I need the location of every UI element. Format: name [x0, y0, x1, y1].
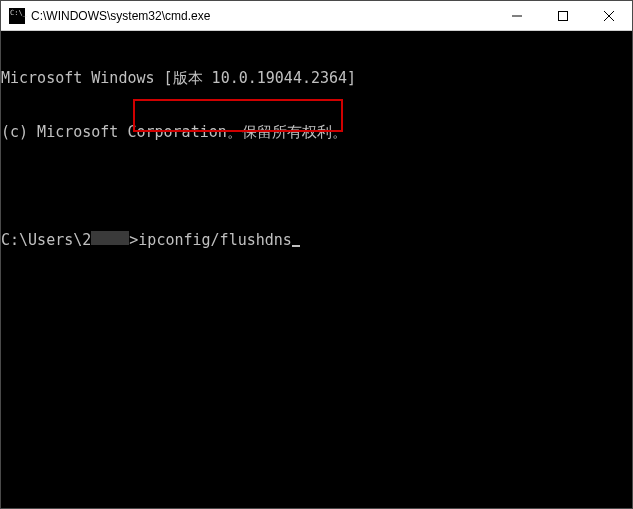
cursor [292, 245, 300, 247]
svg-rect-1 [559, 11, 568, 20]
cmd-window: C:\WINDOWS\system32\cmd.exe Microsoft Wi… [0, 0, 633, 509]
cmd-icon [9, 8, 25, 24]
close-button[interactable] [586, 1, 632, 30]
banner-line-1: Microsoft Windows [版本 10.0.19044.2364] [1, 69, 632, 87]
window-controls [494, 1, 632, 30]
minimize-icon [512, 11, 522, 21]
banner-line-2: (c) Microsoft Corporation。保留所有权利。 [1, 123, 632, 141]
maximize-button[interactable] [540, 1, 586, 30]
prompt-suffix: > [129, 231, 138, 249]
maximize-icon [558, 11, 568, 21]
prompt-prefix: C:\Users\2 [1, 231, 91, 249]
terminal-area[interactable]: Microsoft Windows [版本 10.0.19044.2364] (… [1, 31, 632, 508]
close-icon [604, 11, 614, 21]
window-title: C:\WINDOWS\system32\cmd.exe [31, 9, 494, 23]
redacted-username [91, 231, 129, 245]
prompt-line: C:\Users\2>ipconfig/flushdns [1, 231, 632, 249]
minimize-button[interactable] [494, 1, 540, 30]
blank-line [1, 177, 632, 195]
typed-command: ipconfig/flushdns [138, 231, 292, 249]
titlebar[interactable]: C:\WINDOWS\system32\cmd.exe [1, 1, 632, 31]
